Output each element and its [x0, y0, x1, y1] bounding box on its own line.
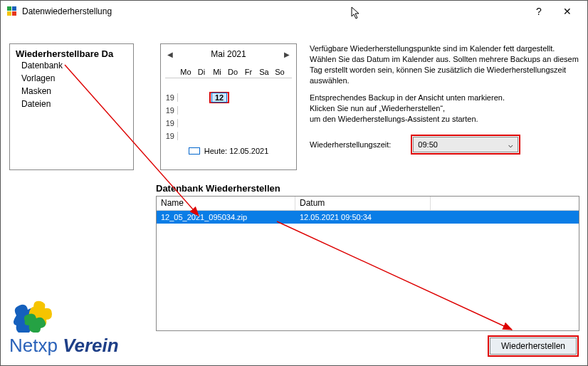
close-button[interactable]: ✕ — [553, 1, 582, 22]
titlebar: Datenwiederherstellung ? ✕ — [1, 1, 587, 22]
info-text: Verfügbare Wiederherstellungspunkte sind… — [310, 43, 580, 132]
app-icon — [6, 6, 18, 17]
calendar-month-label: Mai 2021 — [175, 49, 282, 59]
tree-item-masken[interactable]: Masken — [16, 85, 127, 98]
cal-hdr-mi: Mi — [209, 68, 225, 76]
cal-hdr-sa: Sa — [256, 68, 272, 76]
window-title: Datenwiederherstellung — [22, 6, 525, 16]
restore-tree-panel: Wiederherstellbare Da Datenbank Vorlagen… — [9, 43, 134, 170]
calendar-next-icon[interactable]: ▶ — [282, 51, 292, 58]
table-cell-name: 12_05_2021_095034.zip — [157, 212, 295, 222]
calendar[interactable]: ◀ Mai 2021 ▶ Mo Di Mi Do Fr Sa So 1912 1… — [160, 43, 297, 170]
svg-rect-1 — [12, 6, 16, 11]
cal-hdr-so: So — [272, 68, 288, 76]
puzzle-icon — [9, 298, 66, 333]
table-header-name[interactable]: Name — [157, 197, 295, 210]
tree-title: Wiederherstellbare Da — [16, 48, 127, 59]
svg-rect-0 — [7, 6, 11, 11]
tree-item-dateien[interactable]: Dateien — [16, 98, 127, 110]
calendar-today-indicator-icon — [189, 147, 200, 155]
brand-logo: Netxp Verein — [9, 298, 137, 357]
svg-rect-2 — [7, 11, 11, 16]
tree-item-vorlagen[interactable]: Vorlagen — [16, 72, 127, 85]
table-header-date[interactable]: Datum — [295, 197, 431, 210]
tree-item-datenbank[interactable]: Datenbank — [16, 59, 127, 72]
cal-hdr-mo: Mo — [178, 68, 194, 76]
svg-rect-3 — [12, 11, 16, 16]
cursor-icon — [351, 6, 362, 21]
help-button[interactable]: ? — [525, 1, 553, 22]
calendar-footer-label[interactable]: Heute: 12.05.2021 — [204, 147, 269, 155]
cal-hdr-fr: Fr — [241, 68, 256, 76]
calendar-selected-day[interactable]: 12 — [209, 92, 229, 103]
restore-time-label: Wiederherstellungszeit: — [310, 140, 391, 149]
calendar-prev-icon[interactable]: ◀ — [165, 51, 175, 58]
cal-hdr-do: Do — [225, 68, 241, 76]
restore-button[interactable]: Wiederherstellen — [490, 338, 577, 355]
table-row[interactable]: 12_05_2021_095034.zip 12.05.2021 09:50:3… — [157, 211, 579, 224]
cal-hdr-di: Di — [194, 68, 209, 76]
section-title: Datenbank Wiederherstellen — [156, 183, 280, 194]
chevron-down-icon: ⌵ — [508, 140, 513, 150]
backup-table: Name Datum 12_05_2021_095034.zip 12.05.2… — [156, 196, 579, 331]
restore-time-select[interactable]: 09:50 ⌵ — [413, 137, 518, 152]
table-cell-date: 12.05.2021 09:50:34 — [295, 212, 431, 222]
